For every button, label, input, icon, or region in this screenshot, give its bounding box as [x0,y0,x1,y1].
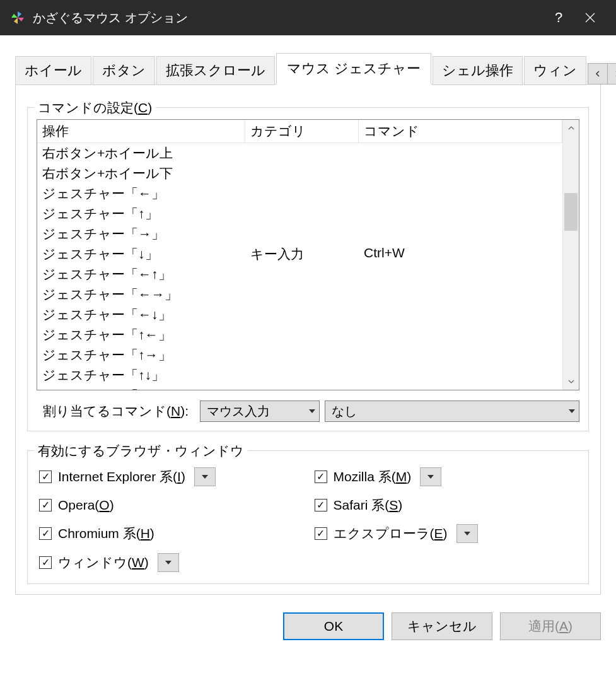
checkbox[interactable]: ✓ [39,527,52,540]
check-icon: ✓ [42,500,50,510]
table-row[interactable]: ジェスチャー「↓」キー入力Ctrl+W [37,244,562,264]
tab-scroll [588,63,616,85]
cell-op: ジェスチャー「↑」 [37,204,245,224]
table-header: 操作 カテゴリ コマンド [37,120,562,143]
cancel-button[interactable]: キャンセル [392,612,492,640]
checkbox-label[interactable]: Chromium 系(H) [58,525,154,542]
check-icon: ✓ [317,529,325,539]
assign-label: 割り当てるコマンド(N): [37,402,189,420]
cell-op: ジェスチャー「↓」 [37,244,245,264]
cell-cat [245,204,359,224]
cell-op: ジェスチャー「←↓」 [37,305,245,325]
scroll-up[interactable] [563,120,579,136]
tab-scroll-right[interactable] [607,63,616,85]
cell-cat [245,163,359,184]
checkbox[interactable]: ✓ [315,527,327,540]
checkbox[interactable]: ✓ [39,499,52,511]
scroll-track[interactable] [563,136,579,373]
dropdown-button[interactable] [158,553,179,572]
table-row[interactable]: ジェスチャー「↑」 [37,204,562,224]
dropdown-button[interactable] [420,467,441,486]
table-row[interactable]: ジェスチャー「←→」 [37,284,562,305]
browser-check-row: ✓Opera(O) [39,496,302,514]
window-title: かざぐるマウス オプション [33,9,543,26]
checkbox[interactable]: ✓ [315,499,327,511]
checkbox-label[interactable]: Mozilla 系(M) [334,468,412,486]
cell-cmd: Ctrl+W [359,244,562,264]
cell-cat [245,284,359,305]
table-row[interactable]: ジェスチャー「←↓」 [37,305,562,325]
cell-cmd [359,385,562,390]
checkbox[interactable]: ✓ [315,471,327,483]
cell-cmd [359,204,562,224]
browser-check-row: ✓Safari 系(S) [315,496,578,514]
cell-op: ジェスチャー「←」 [37,184,245,204]
assign-command-select[interactable]: なし [325,400,579,422]
table-row[interactable]: ジェスチャー「←↑」 [37,264,562,284]
cell-cmd [359,163,562,184]
th-category[interactable]: カテゴリ [245,120,359,143]
cell-cmd [359,264,562,284]
check-icon: ✓ [42,529,50,539]
ok-button[interactable]: OK [283,612,384,640]
table-row[interactable]: ジェスチャー「→」 [37,224,562,244]
cell-cmd [359,305,562,325]
checkbox[interactable]: ✓ [39,471,52,483]
cell-cat [245,224,359,244]
th-command[interactable]: コマンド [359,120,562,143]
checkbox[interactable]: ✓ [39,556,52,569]
tab-2[interactable]: 拡張スクロール [156,56,275,85]
dropdown-button[interactable] [456,524,478,543]
browsers-legend: 有効にするブラウザ・ウィンドウ [34,442,248,460]
commands-fieldset: コマンドの設定(C) 操作 カテゴリ コマンド 右ボタン+ホイール上右ボタン+ホ… [27,107,589,431]
scroll-down[interactable] [563,373,579,390]
table-row[interactable]: ジェスチャー「←」 [37,184,562,204]
tab-1[interactable]: ボタン [93,56,155,85]
tab-0[interactable]: ホイール [15,56,91,85]
checkbox-label[interactable]: エクスプローラ(E) [334,525,448,542]
cell-cat: キー入力 [245,244,359,264]
cell-cat [245,143,359,163]
assign-row: 割り当てるコマンド(N): マウス入力 なし [37,400,579,422]
check-icon: ✓ [42,472,50,482]
commands-table[interactable]: 操作 カテゴリ コマンド 右ボタン+ホイール上右ボタン+ホイール下ジェスチャー「… [37,119,579,390]
table-row[interactable]: 右ボタン+ホイール上 [37,143,562,163]
scrollbar[interactable] [562,120,579,390]
cell-cat [245,264,359,284]
chevron-down-icon [464,532,470,535]
cell-cat [245,365,359,385]
checkbox-label[interactable]: Internet Explorer 系(I) [58,468,185,486]
cell-op: ジェスチャー「↑↓」 [37,365,245,385]
cell-op: ジェスチャー「←↑」 [37,264,245,284]
browsers-fieldset: 有効にするブラウザ・ウィンドウ ✓Internet Explorer 系(I)✓… [27,450,589,584]
browser-check-row: ✓Chromium 系(H) [39,524,302,543]
table-row[interactable]: ジェスチャー「↑→」 [37,345,562,365]
tab-scroll-left[interactable] [588,63,608,85]
tab-3[interactable]: マウス ジェスチャー [276,53,431,85]
close-button[interactable] [574,0,606,35]
table-row[interactable]: ジェスチャー「→←」 [37,385,562,390]
checkbox-label[interactable]: Safari 系(S) [334,496,403,514]
table-row[interactable]: ジェスチャー「↑←」 [37,325,562,345]
tab-4[interactable]: シェル操作 [433,56,523,85]
cell-cmd [359,143,562,163]
table-row[interactable]: ジェスチャー「↑↓」 [37,365,562,385]
assign-category-select[interactable]: マウス入力 [200,400,320,422]
tab-panel-gesture: コマンドの設定(C) 操作 カテゴリ コマンド 右ボタン+ホイール上右ボタン+ホ… [15,84,601,595]
tab-5[interactable]: ウィン [524,56,586,85]
check-icon: ✓ [42,558,50,568]
checkbox-label[interactable]: Opera(O) [58,498,114,513]
cell-cmd [359,284,562,305]
th-operation[interactable]: 操作 [37,120,245,143]
titlebar: かざぐるマウス オプション ? [0,0,616,35]
cell-op: 右ボタン+ホイール下 [37,163,245,184]
scroll-thumb[interactable] [564,193,578,231]
help-button[interactable]: ? [543,0,574,35]
cell-op: ジェスチャー「←→」 [37,284,245,305]
cell-op: ジェスチャー「→←」 [37,385,245,390]
checkbox-label[interactable]: ウィンドウ(W) [58,554,149,571]
browser-check-row: ✓エクスプローラ(E) [315,524,578,543]
cell-cat [245,184,359,204]
dropdown-button[interactable] [194,467,216,486]
table-row[interactable]: 右ボタン+ホイール下 [37,163,562,184]
